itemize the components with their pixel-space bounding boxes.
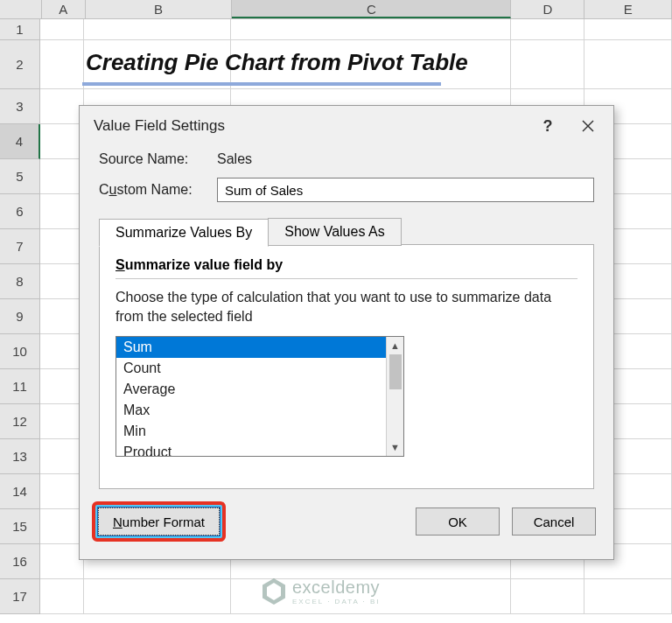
select-all-corner[interactable] — [0, 0, 42, 18]
scroll-down-icon[interactable]: ▼ — [387, 438, 403, 456]
tab-show-values-as[interactable]: Show Values As — [268, 218, 401, 246]
list-item[interactable]: Product — [116, 442, 386, 456]
row-header-11[interactable]: 11 — [0, 369, 40, 404]
list-item[interactable]: Min — [116, 421, 386, 442]
row-header-12[interactable]: 12 — [0, 404, 40, 439]
row-header-6[interactable]: 6 — [0, 194, 40, 229]
row-header-9[interactable]: 9 — [0, 299, 40, 334]
custom-name-input[interactable] — [217, 178, 594, 202]
watermark: exceldemy EXCEL · DATA · BI — [262, 578, 381, 606]
row-header-7[interactable]: 7 — [0, 229, 40, 264]
section-rule — [116, 278, 578, 279]
value-field-settings-dialog: Value Field Settings ? Source Name: Sale… — [79, 105, 614, 560]
column-headers: A B C D E — [0, 0, 672, 19]
close-icon — [581, 119, 595, 133]
number-format-button[interactable]: Number Format — [98, 508, 220, 536]
list-item[interactable]: Sum — [116, 337, 386, 358]
row-header-10[interactable]: 10 — [0, 334, 40, 369]
watermark-hex-icon — [262, 578, 285, 605]
row-header-3[interactable]: 3 — [0, 89, 40, 124]
watermark-tagline: EXCEL · DATA · BI — [292, 598, 381, 606]
row-header-14[interactable]: 14 — [0, 474, 40, 509]
sheet-title: Creating Pie Chart from Pivot Table — [86, 49, 468, 76]
help-button[interactable]: ? — [528, 108, 568, 144]
col-header-B[interactable]: B — [86, 0, 233, 18]
tab-pane-summarize: Summarize value field by Choose the type… — [99, 244, 594, 489]
list-item[interactable]: Max — [116, 400, 386, 421]
row-header-16[interactable]: 16 — [0, 544, 40, 579]
list-item[interactable]: Count — [116, 358, 386, 379]
row-header-2[interactable]: 2 — [0, 40, 40, 89]
custom-name-label: Custom Name: — [99, 182, 217, 198]
watermark-brand: exceldemy — [292, 578, 381, 598]
tutorial-highlight: Number Format — [92, 501, 226, 542]
ok-button[interactable]: OK — [416, 508, 500, 536]
row-header-17[interactable]: 17 — [0, 579, 40, 614]
dialog-footer: Number Format OK Cancel — [80, 501, 613, 559]
calculation-listbox[interactable]: Sum Count Average Max Min Product ▲ ▼ — [116, 336, 404, 457]
tab-headers: Summarize Values By Show Values As — [99, 218, 594, 246]
list-item[interactable]: Average — [116, 379, 386, 400]
title-underline — [82, 82, 441, 86]
col-header-C[interactable]: C — [232, 0, 511, 18]
source-name-label: Source Name: — [99, 151, 217, 167]
source-name-value: Sales — [217, 151, 252, 167]
row-header-15[interactable]: 15 — [0, 509, 40, 544]
row-header-5[interactable]: 5 — [0, 159, 40, 194]
close-button[interactable] — [568, 108, 608, 144]
row-header-8[interactable]: 8 — [0, 264, 40, 299]
row-header-13[interactable]: 13 — [0, 439, 40, 474]
col-header-E[interactable]: E — [584, 0, 672, 18]
listbox-scrollbar[interactable]: ▲ ▼ — [386, 337, 403, 456]
col-header-A[interactable]: A — [42, 0, 86, 18]
section-description: Choose the type of calculation that you … — [116, 288, 578, 327]
dialog-title: Value Field Settings — [94, 117, 528, 135]
row-headers: 1 2 3 4 5 6 7 8 9 10 11 12 13 14 15 16 1… — [0, 19, 40, 614]
col-header-D[interactable]: D — [511, 0, 584, 18]
row-header-1[interactable]: 1 — [0, 19, 40, 40]
scroll-thumb[interactable] — [389, 354, 402, 389]
tab-summarize-values-by[interactable]: Summarize Values By — [99, 219, 269, 247]
row-header-4[interactable]: 4 — [0, 124, 40, 159]
section-title: Summarize value field by — [116, 257, 578, 273]
cancel-button[interactable]: Cancel — [512, 508, 596, 536]
scroll-up-icon[interactable]: ▲ — [387, 337, 403, 354]
dialog-titlebar[interactable]: Value Field Settings ? — [80, 106, 613, 146]
